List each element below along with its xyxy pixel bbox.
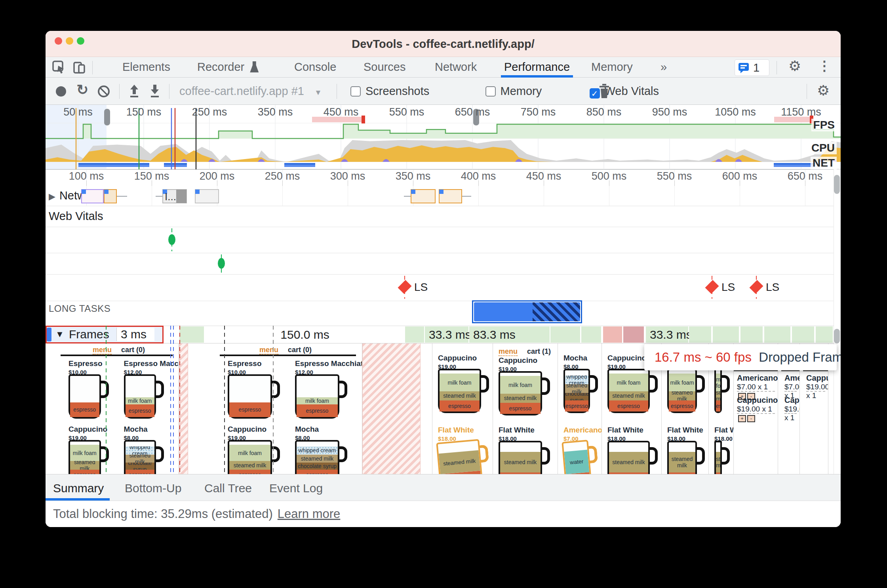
vertical-scrollbar-thumb-1[interactable]: [834, 175, 840, 194]
learn-more-link[interactable]: Learn more: [278, 507, 341, 521]
record-icon[interactable]: [56, 86, 66, 97]
tab-recorder[interactable]: Recorder: [194, 57, 262, 78]
settings-gear-icon[interactable]: ⚙: [788, 58, 801, 74]
trash-icon[interactable]: [598, 83, 611, 101]
network-request-3[interactable]: I...: [162, 189, 187, 203]
frame-duration-segment-1[interactable]: [405, 326, 425, 343]
bottom-tab-summary[interactable]: Summary: [53, 478, 104, 499]
filmstrip-frame-menu[interactable]: menucart (0)Espresso$10.00espressoCappuc…: [188, 343, 362, 474]
layout-shift-marker-1[interactable]: [398, 280, 411, 294]
network-request-1[interactable]: [81, 189, 104, 203]
tab-console[interactable]: Console: [291, 57, 339, 78]
frame-duration-segment-3[interactable]: [469, 326, 550, 343]
bottom-tab-event-log[interactable]: Event Log: [269, 478, 323, 499]
cup-layer-milk-foam: milk foam: [669, 374, 695, 391]
drink-name[interactable]: Flat White: [499, 426, 535, 434]
frame-duration-segment-2[interactable]: [425, 326, 469, 343]
layout-shift-marker-2[interactable]: [705, 280, 719, 294]
drink-name[interactable]: Cappucino: [607, 354, 646, 362]
vertical-scrollbar-thumb-2[interactable]: [834, 329, 840, 343]
network-track[interactable]: ▶NetworkI...: [46, 186, 841, 206]
frame-duration-segment-14[interactable]: [816, 326, 834, 343]
cart-link[interactable]: cart (0): [121, 346, 145, 354]
network-request-6[interactable]: [439, 189, 462, 203]
memory-checkbox[interactable]: [485, 86, 496, 97]
quantity-plus-button[interactable]: +: [738, 415, 746, 422]
network-request-5[interactable]: [411, 189, 436, 203]
reload-record-icon[interactable]: ↻: [76, 82, 88, 98]
drink-name[interactable]: Cappucino: [438, 354, 477, 362]
download-profile-icon[interactable]: [148, 84, 162, 101]
bottom-tab-call-tree[interactable]: Call Tree: [204, 478, 252, 499]
screenshots-checkbox[interactable]: [350, 86, 361, 97]
network-request-4[interactable]: [195, 189, 219, 203]
drink-name[interactable]: Espresso: [69, 359, 103, 368]
checkbox-screenshots[interactable]: Screenshots: [350, 85, 429, 98]
drink-name[interactable]: Flat White: [607, 426, 643, 434]
vitals-marker-fcp[interactable]: [168, 234, 175, 245]
device-toolbar-icon[interactable]: [72, 60, 87, 76]
frame-duration-segment-12[interactable]: [764, 326, 791, 343]
filmstrip-frame-menu[interactable]: menucart (0)Espresso$10.00espressoCappuc…: [46, 343, 179, 474]
main-ruler-label-10: 600 ms: [722, 170, 758, 182]
capture-settings-gear-icon[interactable]: ⚙: [817, 82, 830, 99]
frame-duration-segment-7[interactable]: [623, 326, 645, 343]
drink-name[interactable]: Americano: [563, 426, 602, 434]
tab-performance[interactable]: Performance: [501, 57, 573, 78]
tab-sources[interactable]: Sources: [360, 57, 409, 78]
filmstrip-frame-menu-scrolled[interactable]: menucart (1)Cappucino$19.00espressosteam…: [493, 343, 558, 474]
kebab-menu-icon[interactable]: ⋮: [818, 58, 831, 74]
frame-duration-segment-4[interactable]: [550, 326, 581, 343]
bottom-tab-bottom-up[interactable]: Bottom-Up: [125, 478, 181, 499]
vitals-marker-lcp[interactable]: [218, 258, 225, 269]
drink-name[interactable]: Espresso Macchiato: [124, 359, 179, 368]
frame-duration-segment-13[interactable]: [792, 326, 815, 343]
frame-duration-segment-5[interactable]: [581, 326, 602, 343]
checkbox-memory[interactable]: Memory: [485, 85, 542, 98]
filmstrip-frame-menu-scrolled[interactable]: Mocha$8.00espressochocolate syrupsteamed…: [558, 343, 602, 474]
drink-name[interactable]: Cappucino: [69, 425, 107, 434]
tab-network[interactable]: Network: [432, 57, 480, 78]
drink-name[interactable]: Espresso: [228, 359, 262, 368]
tab-overflow[interactable]: »: [657, 57, 670, 78]
frames-disclosure-icon[interactable]: ▼: [55, 329, 64, 340]
menu-link[interactable]: menu: [499, 347, 518, 356]
filmstrip-frame-sliver[interactable]: [421, 343, 432, 474]
tab-memory[interactable]: Memory: [588, 57, 636, 78]
frame-duration-segment-11[interactable]: [740, 326, 763, 343]
quantity-minus-button[interactable]: -: [747, 415, 755, 422]
cart-link[interactable]: cart (0): [288, 346, 312, 354]
tab-elements[interactable]: Elements: [119, 57, 173, 78]
frame-duration-segment-10[interactable]: [713, 326, 740, 343]
frame-duration-segment-9[interactable]: [689, 326, 712, 343]
menu-link[interactable]: menu: [259, 346, 278, 355]
layout-shift-marker-3[interactable]: [749, 280, 763, 294]
long-task-bar-selected[interactable]: [472, 300, 582, 323]
session-selector[interactable]: coffee-cart.netlify.app #1 ▼: [179, 85, 322, 98]
drink-name[interactable]: Mocha: [563, 354, 587, 362]
frames-track-header[interactable]: ▼Frames3 ms: [46, 326, 164, 343]
frame-duration-segment-8[interactable]: [646, 326, 689, 343]
upload-profile-icon[interactable]: [127, 84, 141, 101]
drink-name[interactable]: Mocha: [124, 425, 148, 434]
filmstrip-frame-menu-scrolled[interactable]: Cappucino$19.00espressosteamed milkmilk …: [432, 343, 493, 474]
drink-name[interactable]: Cappucino: [499, 356, 537, 365]
drink-name[interactable]: Flat White: [667, 426, 703, 434]
inspect-icon[interactable]: [52, 60, 66, 76]
drink-name[interactable]: Cappucino: [228, 425, 266, 434]
frame-duration-segment-0[interactable]: [179, 326, 205, 343]
menu-link[interactable]: menu: [93, 346, 112, 355]
issues-button[interactable]: 1: [735, 59, 769, 76]
drink-name[interactable]: Espresso Macchiato: [295, 359, 362, 368]
clear-icon[interactable]: [98, 85, 110, 97]
frame-duration-segment-6[interactable]: [603, 326, 623, 343]
drink-name[interactable]: Mocha: [295, 425, 319, 434]
active-bottom-tab-underline: [46, 498, 110, 501]
cup-handle: [721, 447, 730, 465]
drink-name[interactable]: Flat White: [438, 426, 474, 434]
network-request-2[interactable]: [104, 189, 117, 203]
drink-name[interactable]: Flat White: [714, 426, 734, 434]
cart-link[interactable]: cart (1): [527, 347, 551, 355]
timeline-overview[interactable]: 50 ms150 ms250 ms350 ms450 ms550 ms650 m…: [46, 105, 841, 169]
disclosure-triangle-icon[interactable]: ▶: [49, 192, 55, 201]
